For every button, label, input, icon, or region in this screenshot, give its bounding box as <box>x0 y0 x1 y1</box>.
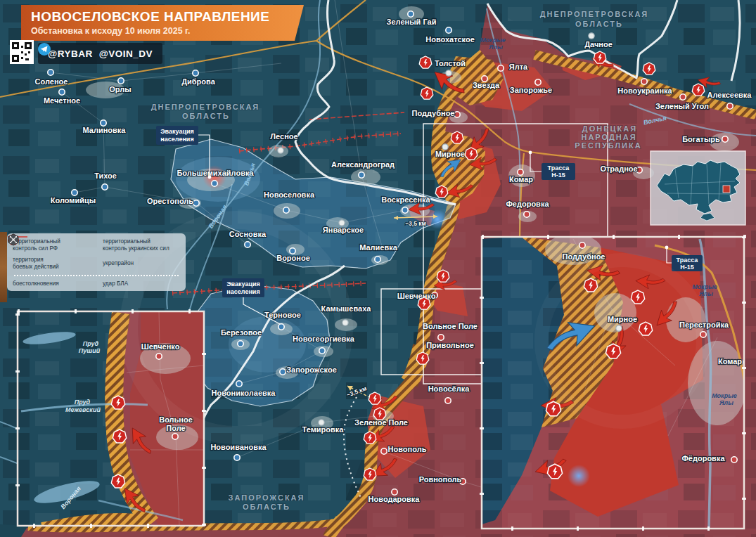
inset-southwest-map: Шевченко Вольное Поле Пруд Пуший Пруд Ме… <box>18 311 204 529</box>
title-block: НОВОСЕЛОВСКОЕ НАПРАВЛЕНИЕ Обстановка к и… <box>21 5 304 41</box>
svg-text:Трасса: Трасса <box>677 257 699 264</box>
svg-text:Новониколаевка: Новониколаевка <box>212 389 276 397</box>
map-subtitle: Обстановка к исходу 10 июля 2025 г. <box>31 26 294 36</box>
svg-text:Запорожье: Запорожье <box>510 86 552 94</box>
svg-text:Зеленый Гай: Зеленый Гай <box>387 18 437 26</box>
svg-text:Трасса: Трасса <box>548 164 570 172</box>
svg-text:Малиевка: Малиевка <box>359 243 398 252</box>
uav-strike-glow <box>428 209 447 229</box>
svg-text:ОБЛАСТЬ: ОБЛАСТЬ <box>575 20 623 28</box>
svg-text:Эвакуация: Эвакуация <box>160 128 194 135</box>
svg-text:Комар: Комар <box>509 175 533 183</box>
inset-southeast-map: Поддубное Мирное Перестройка Комар Фёдор… <box>482 234 749 529</box>
svg-text:Н-15: Н-15 <box>680 264 694 271</box>
legend-divider <box>14 275 179 276</box>
svg-text:Вороное: Вороное <box>276 254 310 262</box>
svg-text:Отрадное: Отрадное <box>600 164 637 173</box>
map-legend: территориальныйконтроль сил РФ территори… <box>7 233 186 291</box>
svg-text:~3,5 км: ~3,5 км <box>405 220 426 227</box>
svg-text:Шевченко: Шевченко <box>397 292 436 300</box>
svg-text:НАРОДНАЯ: НАРОДНАЯ <box>581 133 636 141</box>
legend-item-ua-control: территориальныйконтроль украинских сил <box>103 238 180 252</box>
svg-text:Березовое: Березовое <box>221 328 262 337</box>
svg-text:Зеленый Угол: Зеленый Угол <box>655 102 709 110</box>
svg-text:Ялта: Ялта <box>509 63 528 71</box>
svg-text:ЗАПОРОЖСКАЯ: ЗАПОРОЖСКАЯ <box>229 493 305 502</box>
svg-text:Терновое: Терновое <box>264 311 301 319</box>
svg-text:Малиновка: Малиновка <box>83 126 127 134</box>
legend-accent-bar <box>0 232 7 302</box>
svg-text:Ялы: Ялы <box>488 44 503 51</box>
svg-text:Фёдоровка: Фёдоровка <box>681 454 725 462</box>
svg-text:ДНЕПРОПЕТРОВСКАЯ: ДНЕПРОПЕТРОВСКАЯ <box>151 103 260 111</box>
svg-text:ДНЕПРОПЕТРОВСКАЯ: ДНЕПРОПЕТРОВСКАЯ <box>540 10 649 18</box>
svg-text:Богатырь: Богатырь <box>682 135 720 143</box>
svg-text:Январское: Январское <box>323 226 364 234</box>
svg-text:Новополь: Новополь <box>388 445 427 453</box>
legend-item-clash: боестолкновения <box>13 280 103 287</box>
svg-text:Шевченко: Шевченко <box>141 342 180 351</box>
svg-text:Эвакуация: Эвакуация <box>226 280 260 287</box>
svg-text:Новоукраинка: Новоукраинка <box>617 86 672 95</box>
svg-text:Новоивановка: Новоивановка <box>210 443 267 451</box>
svg-text:Новохатское: Новохатское <box>425 35 475 44</box>
legend-item-fortification: укрепрайон <box>103 257 180 270</box>
svg-text:Тихое: Тихое <box>94 172 117 180</box>
svg-text:Мокрые: Мокрые <box>712 392 737 399</box>
svg-text:Орестополь: Орестополь <box>147 197 193 205</box>
minimap-location-marker <box>723 186 730 193</box>
svg-text:населения: населения <box>160 136 193 143</box>
svg-text:Темировка: Темировка <box>302 425 345 434</box>
svg-text:РЕСПУБЛИКА: РЕСПУБЛИКА <box>575 141 641 150</box>
svg-text:Мокрые: Мокрые <box>480 37 506 44</box>
svg-text:Соленое: Соленое <box>35 77 68 86</box>
svg-text:Новоселовка: Новоселовка <box>264 190 315 199</box>
telegram-icon <box>38 43 51 56</box>
svg-text:Коломийцы: Коломийцы <box>51 196 96 205</box>
svg-text:Вольное Поле: Вольное Поле <box>423 322 478 330</box>
svg-text:Перестройка: Перестройка <box>679 321 729 329</box>
qr-code <box>10 40 34 64</box>
svg-text:Дачное: Дачное <box>584 40 613 48</box>
uav-strike-glow <box>568 465 590 487</box>
war-map-infographic: ~3,5 км ~3,5 км <box>0 0 756 537</box>
channel-handle-voin-dv: @VOIN_DV <box>99 48 153 59</box>
svg-text:Комар: Комар <box>718 357 742 365</box>
svg-text:Толстой: Толстой <box>435 59 466 67</box>
svg-text:Ялы: Ялы <box>698 290 713 297</box>
svg-text:Поле: Поле <box>166 424 185 432</box>
svg-text:Диброва: Диброва <box>181 77 215 86</box>
svg-text:Камышеваха: Камышеваха <box>321 304 372 313</box>
svg-text:Пуший: Пуший <box>79 347 101 354</box>
svg-text:Вольное: Вольное <box>159 415 193 424</box>
svg-text:Сосновка: Сосновка <box>229 230 267 238</box>
svg-text:Лесное: Лесное <box>270 132 297 141</box>
svg-text:населения: населения <box>226 288 260 295</box>
svg-text:ДОНЕЦКАЯ: ДОНЕЦКАЯ <box>582 124 637 133</box>
ukraine-minimap <box>651 151 745 225</box>
svg-text:Новосёлка: Новосёлка <box>428 384 470 393</box>
uav-strike-icon <box>7 233 20 246</box>
svg-text:Запорожское: Запорожское <box>286 365 337 374</box>
svg-text:Алексеевка: Алексеевка <box>707 91 752 99</box>
svg-text:Новогеоргиевка: Новогеоргиевка <box>293 335 355 343</box>
svg-text:Мирное: Мирное <box>435 150 465 158</box>
channel-handle-rybar: @RYBAR <box>48 48 93 59</box>
svg-text:Новодаровка: Новодаровка <box>369 495 421 503</box>
svg-text:Воскресенка: Воскресенка <box>381 195 430 204</box>
svg-text:Мечетное: Мечетное <box>44 96 80 105</box>
svg-text:Федоровка: Федоровка <box>506 200 549 208</box>
social-bar: @RYBAR @VOIN_DV <box>38 43 162 64</box>
svg-text:Пруд: Пруд <box>75 399 91 406</box>
svg-text:Большемихайловка: Большемихайловка <box>177 169 254 177</box>
svg-text:Н-15: Н-15 <box>551 172 565 179</box>
legend-item-combat-zone: территориябоевых действий <box>13 257 103 270</box>
legend-item-uav-strike: удар БЛА <box>103 280 180 287</box>
svg-text:Александроград: Александроград <box>331 160 395 169</box>
svg-text:Мирное: Мирное <box>608 315 637 323</box>
svg-text:Орлы: Орлы <box>109 85 131 93</box>
map-title: НОВОСЕЛОВСКОЕ НАПРАВЛЕНИЕ <box>31 9 294 24</box>
svg-text:ОБЛАСТЬ: ОБЛАСТЬ <box>243 503 290 511</box>
svg-text:Привольное: Привольное <box>426 341 474 349</box>
svg-text:Ялы: Ялы <box>719 399 733 406</box>
